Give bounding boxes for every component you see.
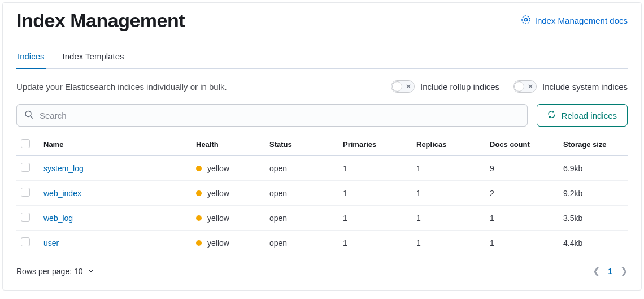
refresh-icon [547,110,556,120]
svg-point-0 [522,16,530,24]
help-icon [521,15,530,26]
tabs: Indices Index Templates [16,45,628,69]
status-cell: open [265,156,338,181]
svg-line-3 [31,116,33,119]
toggle-system-indices[interactable]: ✕ [513,80,537,93]
replicas-cell: 1 [412,206,485,231]
rows-per-page-label: Rows per page: 10 [16,267,83,276]
page-title: Index Management [16,10,185,32]
search-input[interactable] [16,104,528,127]
health-dot-icon [196,166,202,171]
index-name-link[interactable]: web_log [43,214,73,223]
col-header-replicas[interactable]: Replicas [412,133,485,156]
primaries-cell: 1 [338,181,412,206]
svg-point-1 [524,19,527,21]
replicas-cell: 1 [412,231,485,255]
toggle-rollup-indices[interactable]: ✕ [391,80,415,93]
col-header-name[interactable]: Name [39,133,192,156]
health-text: yellow [207,214,229,223]
pager-prev[interactable]: ❮ [593,266,600,276]
primaries-cell: 1 [338,156,412,181]
storage-cell: 6.9kb [559,156,628,181]
storage-cell: 9.2kb [559,181,628,206]
pagination: ❮ 1 ❯ [593,266,628,276]
table-row: web_logyellowopen1113.5kb [16,206,628,231]
row-checkbox[interactable] [21,188,30,197]
toggle-off-icon: ✕ [406,83,411,90]
table-row: system_logyellowopen1196.9kb [16,156,628,181]
select-all-checkbox[interactable] [21,139,30,148]
index-name-link[interactable]: web_index [43,189,81,198]
search-icon [24,110,33,121]
health-dot-icon [196,215,202,221]
col-header-health[interactable]: Health [192,133,265,156]
tab-index-templates[interactable]: Index Templates [62,46,125,69]
col-header-docs[interactable]: Docs count [485,133,559,156]
table-row: web_indexyellowopen1129.2kb [16,181,628,206]
toggle-off-icon: ✕ [528,83,533,90]
toggle-system-label: Include system indices [542,82,628,92]
col-header-primaries[interactable]: Primaries [338,133,412,156]
row-checkbox[interactable] [21,163,30,172]
health-dot-icon [196,190,202,196]
health-text: yellow [207,164,229,173]
docs-cell: 2 [485,181,559,206]
index-name-link[interactable]: user [43,239,59,248]
row-checkbox[interactable] [21,237,30,246]
svg-point-2 [25,111,31,117]
table-row: useryellowopen1114.4kb [16,231,628,255]
reload-button-label: Reload indices [562,111,617,120]
primaries-cell: 1 [338,206,412,231]
index-name-link[interactable]: system_log [43,164,84,173]
docs-cell: 9 [485,156,559,181]
pager-current[interactable]: 1 [608,267,612,276]
docs-link[interactable]: Index Management docs [521,15,628,26]
toggle-rollup-label: Include rollup indices [420,82,499,92]
col-header-storage[interactable]: Storage size [559,133,628,156]
status-cell: open [265,231,338,255]
health-text: yellow [207,189,229,198]
storage-cell: 4.4kb [559,231,628,255]
docs-link-label: Index Management docs [535,16,628,25]
col-header-status[interactable]: Status [265,133,338,156]
primaries-cell: 1 [338,231,412,255]
docs-cell: 1 [485,231,559,255]
row-checkbox[interactable] [21,213,30,222]
tab-indices[interactable]: Indices [16,46,46,69]
health-text: yellow [207,239,229,248]
status-cell: open [265,206,338,231]
status-cell: open [265,181,338,206]
reload-indices-button[interactable]: Reload indices [537,104,628,127]
replicas-cell: 1 [412,156,485,181]
health-dot-icon [196,240,202,246]
chevron-down-icon [88,267,94,276]
replicas-cell: 1 [412,181,485,206]
docs-cell: 1 [485,206,559,231]
indices-table: Name Health Status Primaries Replicas Do… [16,133,628,255]
pager-next[interactable]: ❯ [620,266,628,276]
rows-per-page-select[interactable]: Rows per page: 10 [16,267,94,276]
storage-cell: 3.5kb [559,206,628,231]
filter-description: Update your Elasticsearch indices indivi… [16,82,227,92]
